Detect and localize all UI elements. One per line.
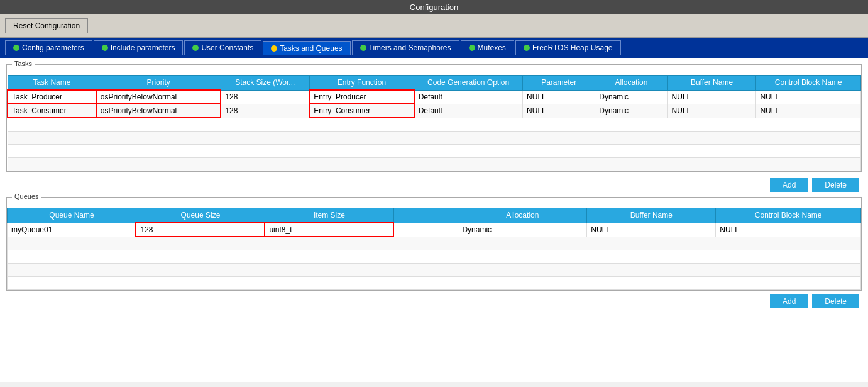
tab-dot-heap	[524, 45, 530, 51]
queue1-control[interactable]: NULL	[716, 223, 861, 237]
th-col4	[393, 208, 458, 223]
tab-label-config: Config parameters	[22, 43, 84, 52]
queues-btn-row: Add Delete	[4, 292, 864, 311]
task2-alloc[interactable]: Dynamic	[595, 104, 667, 118]
th-q-control-block: Control Block Name	[716, 208, 861, 223]
tab-config-parameters[interactable]: Config parameters	[5, 40, 92, 55]
task-row-2: Task_Consumer osPriorityBelowNormal 128 …	[8, 104, 861, 118]
task1-entry[interactable]: Entry_Producer	[309, 90, 414, 104]
task-row-1: Task_Producer osPriorityBelowNormal 128 …	[8, 90, 861, 104]
tasks-section: Tasks Task Name Priority Stack Size (Wor…	[6, 64, 862, 172]
reset-configuration-button[interactable]: Reset Configuration	[5, 18, 88, 33]
tasks-section-label: Tasks	[12, 60, 35, 67]
tasks-add-button[interactable]: Add	[770, 178, 808, 192]
queues-delete-button[interactable]: Delete	[812, 294, 859, 308]
task2-entry[interactable]: Entry_Consumer	[309, 104, 414, 118]
queue-empty-1	[8, 237, 861, 250]
queues-section-label: Queues	[12, 193, 41, 200]
task1-stack[interactable]: 128	[221, 90, 309, 104]
queue1-size[interactable]: 128	[136, 223, 265, 237]
tab-include-parameters[interactable]: Include parameters	[94, 40, 184, 55]
th-control-block-name: Control Block Name	[756, 76, 861, 91]
queue1-col4[interactable]	[393, 223, 458, 237]
tabs-bar: Config parameters Include parameters Use…	[0, 38, 868, 58]
tab-tasks-and-queues[interactable]: Tasks and Queues	[263, 41, 350, 55]
tab-label-mutexes: Mutexes	[478, 43, 506, 52]
th-code-gen: Code Generation Option	[414, 76, 523, 91]
task2-priority[interactable]: osPriorityBelowNormal	[96, 104, 221, 118]
tab-dot-config	[13, 45, 19, 51]
queue-row-1: myQueue01 128 uint8_t Dynamic NULL NULL	[8, 223, 861, 237]
task2-stack[interactable]: 128	[221, 104, 309, 118]
task2-name[interactable]: Task_Consumer	[8, 104, 96, 118]
tasks-table-container: Task Name Priority Stack Size (Wor... En…	[7, 70, 861, 171]
tasks-delete-button[interactable]: Delete	[812, 178, 859, 192]
th-q-buffer-name: Buffer Name	[587, 208, 716, 223]
queue1-buffer[interactable]: NULL	[587, 223, 716, 237]
queues-table: Queue Name Queue Size Item Size Allocati…	[7, 208, 861, 290]
tasks-table: Task Name Priority Stack Size (Wor... En…	[7, 75, 861, 171]
queue1-item-size[interactable]: uint8_t	[265, 223, 393, 237]
tab-dot-tasks	[271, 45, 277, 52]
th-buffer-name: Buffer Name	[667, 76, 756, 91]
th-q-allocation: Allocation	[458, 208, 587, 223]
task-empty-4	[8, 158, 861, 171]
th-stack-size: Stack Size (Wor...	[221, 76, 309, 91]
task2-codegen[interactable]: Default	[414, 104, 523, 118]
task1-buffer[interactable]: NULL	[667, 90, 756, 104]
queues-table-container: Queue Name Queue Size Item Size Allocati…	[7, 203, 861, 290]
tab-label-tasks: Tasks and Queues	[280, 44, 342, 53]
task2-buffer[interactable]: NULL	[667, 104, 756, 118]
tab-dot-mutexes	[469, 45, 475, 51]
queue1-name[interactable]: myQueue01	[8, 223, 136, 237]
tab-label-user: User Constants	[201, 43, 253, 52]
toolbar: Reset Configuration	[0, 14, 868, 38]
tab-user-constants[interactable]: User Constants	[184, 40, 261, 55]
queue-empty-2	[8, 250, 861, 264]
queue-empty-3	[8, 264, 861, 277]
task2-param[interactable]: NULL	[523, 104, 595, 118]
task1-priority[interactable]: osPriorityBelowNormal	[96, 90, 221, 104]
task1-control[interactable]: NULL	[756, 90, 861, 104]
title-text: Configuration	[410, 3, 458, 12]
tab-dot-include	[102, 45, 108, 51]
th-priority: Priority	[96, 76, 221, 91]
task2-control[interactable]: NULL	[756, 104, 861, 118]
queue1-alloc[interactable]: Dynamic	[458, 223, 587, 237]
tab-label-timers: Timers and Semaphores	[369, 43, 451, 52]
th-allocation: Allocation	[595, 76, 667, 91]
queue-empty-4	[8, 277, 861, 290]
th-item-size: Item Size	[265, 208, 393, 223]
th-entry-function: Entry Function	[309, 76, 414, 91]
task1-param[interactable]: NULL	[523, 90, 595, 104]
task1-name[interactable]: Task_Producer	[8, 90, 96, 104]
task-empty-3	[8, 145, 861, 158]
tab-mutexes[interactable]: Mutexes	[461, 40, 514, 55]
tab-label-include: Include parameters	[111, 43, 175, 52]
task-empty-2	[8, 132, 861, 145]
task1-codegen[interactable]: Default	[414, 90, 523, 104]
th-queue-size: Queue Size	[136, 208, 265, 223]
tasks-header-row: Task Name Priority Stack Size (Wor... En…	[8, 76, 861, 91]
title-bar: Configuration	[0, 0, 868, 14]
task1-alloc[interactable]: Dynamic	[595, 90, 667, 104]
th-task-name: Task Name	[8, 76, 96, 91]
queues-header-row: Queue Name Queue Size Item Size Allocati…	[8, 208, 861, 223]
th-queue-name: Queue Name	[8, 208, 136, 223]
queues-section: Queues Queue Name Queue Size Item Size A…	[6, 197, 862, 291]
th-parameter: Parameter	[523, 76, 595, 91]
tab-label-heap: FreeRTOS Heap Usage	[532, 43, 613, 52]
task-empty-1	[8, 118, 861, 132]
tab-dot-user	[192, 45, 199, 51]
tab-freertos-heap[interactable]: FreeRTOS Heap Usage	[515, 40, 621, 55]
queues-add-button[interactable]: Add	[770, 294, 808, 308]
main-content: Tasks Task Name Priority Stack Size (Wor…	[0, 58, 868, 382]
tasks-btn-row: Add Delete	[4, 176, 864, 194]
tab-dot-timers	[360, 45, 366, 51]
tab-timers-and-semaphores[interactable]: Timers and Semaphores	[352, 40, 459, 55]
